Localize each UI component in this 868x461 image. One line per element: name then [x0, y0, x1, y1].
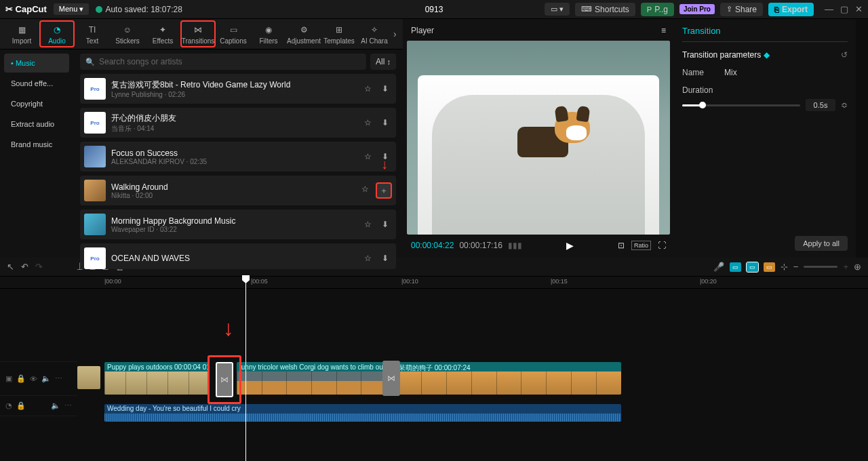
transition-handle[interactable]: ⋈	[382, 361, 400, 396]
minimize-icon[interactable]: —	[825, 4, 833, 14]
video-preview[interactable]	[407, 41, 670, 235]
favorite-icon[interactable]: ☆	[361, 218, 374, 231]
track-lock-icon[interactable]: 🔒	[16, 374, 26, 383]
player-label: Player	[411, 26, 434, 35]
favorite-icon[interactable]: ☆	[361, 116, 374, 129]
apply-all-button[interactable]: Apply to all	[795, 236, 848, 251]
download-icon[interactable]: ⬇	[378, 82, 392, 96]
tab-adjustment[interactable]: ⚙Adjustment	[286, 19, 321, 49]
fullscreen-icon[interactable]: ⛶	[658, 241, 666, 250]
zoom-in-icon[interactable]: +	[843, 262, 848, 272]
favorite-icon[interactable]: ☆	[361, 252, 374, 265]
download-icon[interactable]: ⬇	[378, 116, 392, 129]
track-lock-icon[interactable]: 🔒	[16, 401, 26, 410]
tab-templates[interactable]: ⊞Templates	[321, 19, 357, 49]
tag-icon[interactable]: ▭	[730, 262, 741, 272]
tag-icon[interactable]: ▭	[747, 262, 758, 272]
favorite-icon[interactable]: ☆	[361, 150, 374, 163]
add-track-button[interactable]: ＋	[376, 182, 392, 199]
tag-icon[interactable]: ▭	[764, 262, 775, 272]
menu-button[interactable]: Menu ▾	[54, 3, 90, 15]
track-row[interactable]: Pro OCEAN AND WAVES ☆⬇	[80, 243, 396, 269]
favorite-icon[interactable]: ☆	[358, 182, 372, 196]
video-clip[interactable]: funny tricolor welsh Corgi dog wants to …	[237, 362, 386, 395]
scan-icon[interactable]: ⊡	[618, 241, 625, 250]
tab-ai[interactable]: ✧AI Chara	[357, 19, 392, 49]
project-title[interactable]: 0913	[425, 5, 443, 14]
tabs-more-icon[interactable]: ›	[393, 28, 397, 39]
tab-filters[interactable]: ◉Filters	[251, 19, 286, 49]
sidebar-item-extract-audio[interactable]: Extract audio	[4, 115, 69, 134]
video-clip[interactable]: 呆萌的狗子 00:00:07:24	[396, 362, 621, 395]
tab-effects[interactable]: ✦Effects	[145, 19, 180, 49]
clip-thumbnail	[77, 366, 100, 389]
tab-captions[interactable]: ▭Captions	[216, 19, 251, 49]
track-row[interactable]: Focus on SuccessALEKSANDAR KIPROV · 02:3…	[80, 142, 396, 172]
fit-icon[interactable]: ⊕	[854, 262, 861, 272]
all-filter-button[interactable]: All ↕	[370, 54, 396, 70]
track-mute-icon[interactable]: 🔈	[41, 374, 51, 383]
track-collapse-icon[interactable]: ▣	[5, 374, 12, 383]
ratio-button[interactable]: Ratio	[631, 241, 651, 250]
zoom-out-icon[interactable]: −	[793, 262, 799, 272]
tab-stickers[interactable]: ☺Stickers	[110, 19, 145, 49]
panel-title: Transition	[682, 26, 848, 42]
sidebar-item-copyright[interactable]: Copyright	[4, 94, 69, 113]
params-label: Transition parameters	[682, 50, 761, 60]
audio-track-icon[interactable]: ◔	[5, 401, 12, 410]
track-more-icon[interactable]: ⋯	[55, 374, 62, 383]
track-row[interactable]: Pro 开心的俏皮小朋友当音乐 · 04:14 ☆⬇	[80, 108, 396, 138]
total-duration: 00:00:17:16	[459, 241, 502, 250]
track-row[interactable]: ↓ Walking AroundNikitta · 02:00 ☆＋	[80, 176, 396, 205]
duration-stepper[interactable]: ≎	[841, 100, 848, 110]
transition-handle[interactable]: ⋈	[208, 355, 241, 404]
favorite-icon[interactable]: ☆	[361, 82, 374, 96]
download-icon[interactable]: ⬇	[378, 218, 392, 231]
join-pro-button[interactable]: Join Pro	[679, 4, 715, 14]
shortcuts-button[interactable]: ⌨ Shortcuts	[575, 3, 635, 16]
track-mute-icon[interactable]: 🔈	[51, 401, 60, 410]
duration-slider[interactable]	[682, 104, 800, 106]
playhead[interactable]	[245, 277, 246, 461]
undo-icon[interactable]: ↶	[21, 262, 28, 272]
duration-value[interactable]: 0.5s	[806, 99, 835, 111]
aspect-button[interactable]: ▭ ▾	[545, 3, 570, 16]
timeline-ruler[interactable]: |00:00 |00:05 |00:10 |00:15 |00:20	[0, 277, 868, 289]
player-menu-icon[interactable]: ≡	[661, 26, 666, 35]
track-visible-icon[interactable]: 👁	[30, 375, 37, 383]
crop-icon[interactable]: ⊹	[781, 262, 788, 272]
user-badge[interactable]: P P..g	[641, 3, 674, 16]
redo-icon[interactable]: ↷	[35, 262, 43, 272]
download-icon[interactable]: ⬇	[378, 252, 392, 265]
app-logo: ✂ CapCut	[5, 4, 47, 14]
reset-icon[interactable]: ↺	[841, 50, 848, 60]
export-button[interactable]: ⎘ Export	[768, 3, 814, 16]
tab-audio[interactable]: ◔Audio	[39, 20, 75, 47]
track-row[interactable]: Pro 复古游戏可爱8bit - Retro Video Game Lazy W…	[80, 74, 396, 104]
track-row[interactable]: Morning Happy Background MusicWavepaper …	[80, 209, 396, 239]
tab-transitions[interactable]: ⋈Transitions	[180, 20, 216, 47]
close-icon[interactable]: ✕	[855, 4, 863, 14]
sidebar-item-sound-effects[interactable]: Sound effe...	[4, 74, 69, 93]
audio-clip[interactable]: Wedding day - You're so beautiful I coul…	[104, 404, 621, 422]
autosave-status: Auto saved: 18:07:28	[96, 5, 182, 14]
track-more-icon[interactable]: ⋯	[64, 401, 72, 410]
tab-import[interactable]: ▦Import	[4, 19, 39, 49]
share-button[interactable]: ⇪ Share	[720, 3, 763, 16]
pointer-tool-icon[interactable]: ↖	[7, 262, 14, 272]
annotation-arrow-icon: ↓	[381, 157, 388, 172]
sidebar-item-music[interactable]: Music	[4, 54, 69, 73]
tab-text[interactable]: TIText	[75, 19, 110, 49]
transition-name-value: Mix	[724, 68, 737, 77]
video-clip[interactable]: Puppy plays outdoors 00:00:04 01	[104, 362, 210, 395]
maximize-icon[interactable]: ▢	[840, 4, 848, 14]
annotation-arrow-icon: ↓	[223, 316, 234, 341]
play-button[interactable]: ▶	[566, 240, 574, 251]
sidebar-item-brand-music[interactable]: Brand music	[4, 135, 69, 154]
current-time: 00:00:04:22	[411, 241, 454, 250]
mic-icon[interactable]: 🎤	[713, 262, 724, 272]
search-input[interactable]: 🔍 Search songs or artists	[80, 54, 366, 70]
